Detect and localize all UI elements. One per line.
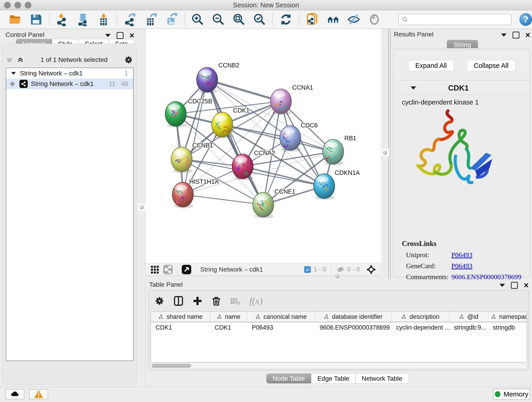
collection-disclosure-icon[interactable] [11, 72, 16, 75]
column-type-icon [255, 314, 261, 319]
open-in-window-button[interactable] [181, 264, 191, 274]
show-columns-icon[interactable] [173, 296, 184, 306]
home-button[interactable] [326, 12, 340, 27]
crosslink-link[interactable]: P06493 [451, 262, 472, 270]
panel-menu-icon[interactable] [500, 284, 505, 287]
control-panel: Control Panel × Network Style Select Set… [2, 30, 136, 384]
table-cell[interactable]: CDK1 [210, 324, 247, 331]
table-cell[interactable]: stringdb [488, 324, 527, 331]
scrollbar-thumb[interactable] [152, 364, 191, 368]
open-session-button[interactable] [8, 12, 22, 27]
crosslink-row: Uniprot:P06493 [402, 251, 521, 259]
panel-float-icon[interactable] [511, 282, 518, 289]
selected-checkbox-icon[interactable] [304, 266, 311, 273]
graph-node-RB1[interactable]: RB1 [323, 135, 356, 166]
table-row[interactable]: CDK1CDK1P064939606.ENSP00000378699cyclin… [151, 322, 527, 333]
panel-float-icon[interactable] [117, 32, 123, 39]
graph-node-CCNE1[interactable]: CCNE1 [253, 188, 296, 218]
table-cell[interactable]: stringdb:9... [449, 324, 488, 331]
import-network-file-button[interactable] [56, 12, 70, 27]
import-table-button[interactable] [96, 12, 111, 27]
expand-all-button[interactable]: Expand All [408, 60, 454, 71]
show-hidden-button[interactable] [367, 12, 381, 27]
column-header-description[interactable]: description [392, 312, 449, 322]
add-column-icon[interactable] [192, 296, 203, 306]
table-cell[interactable]: P06493 [247, 324, 315, 331]
table-horizontal-scrollbar[interactable] [151, 363, 526, 368]
help-button[interactable]: ? [519, 13, 532, 26]
zoom-in-button[interactable] [191, 12, 205, 27]
column-header-canonical-name[interactable]: canonical name [247, 312, 315, 322]
results-panel: Results Panel × String Expand All Collap… [390, 29, 532, 279]
network-canvas[interactable]: CCNB2CCNA1CDC25BCDK1CDC6RB1CCNB1CCNA2CDK… [145, 29, 381, 263]
collapse-all-button[interactable]: Collapse All [467, 60, 516, 71]
search-input[interactable] [409, 16, 511, 23]
hidden-eye-icon [336, 265, 345, 274]
birdseye-grid-button[interactable] [150, 265, 159, 274]
table-panel-title: Table Panel [149, 281, 183, 288]
panel-float-icon[interactable] [513, 32, 519, 38]
delete-table-icon[interactable] [230, 296, 241, 306]
delete-column-icon[interactable] [211, 296, 221, 306]
table-cell[interactable]: cyclin-dependent ... [392, 324, 449, 331]
table-cell[interactable]: CDK1 [151, 324, 210, 331]
function-builder-icon[interactable]: f(x) [249, 295, 263, 306]
tab-node-table[interactable]: Node Table [266, 374, 311, 383]
left-splitter-handle[interactable] [138, 203, 146, 211]
refresh-button[interactable] [279, 12, 293, 27]
network-edge-count: 48 [121, 80, 128, 88]
graph-node-CDC6[interactable]: CDC6 [280, 122, 318, 152]
graph-node-CCNB2[interactable]: CCNB2 [196, 62, 239, 94]
panel-menu-icon[interactable] [501, 33, 507, 37]
column-type-icon [158, 314, 164, 319]
warning-status-button[interactable] [29, 389, 48, 399]
network-collection-row[interactable]: String Network – cdk1 1 [6, 68, 133, 79]
export-network-file-button[interactable] [123, 12, 137, 27]
graph-node-HIST1H1A[interactable]: HIST1H1A [172, 178, 219, 208]
tab-edge-table[interactable]: Edge Table [311, 374, 355, 383]
import-network-database-button[interactable] [76, 12, 90, 27]
export-table-button[interactable] [144, 12, 158, 27]
zoom-selected-button[interactable] [253, 12, 267, 27]
gene-disclosure-icon[interactable] [411, 86, 416, 89]
network-graph[interactable]: CCNB2CCNA1CDC25BCDK1CDC6RB1CCNB1CCNA2CDK… [146, 29, 381, 263]
network-row[interactable]: String Network – cdk1 11 48 [6, 79, 133, 89]
export-image-button[interactable] [164, 12, 178, 27]
table-options-gear-icon[interactable] [154, 296, 165, 306]
cloud-status-button[interactable] [6, 389, 24, 399]
bottom-splitter-handle[interactable] [334, 274, 341, 279]
expand-all-icon[interactable] [17, 56, 24, 64]
panel-menu-icon[interactable] [105, 34, 111, 37]
status-bar: Memory [0, 387, 532, 402]
gene-description: cyclin-dependent kinase 1 [402, 99, 528, 106]
column-header-shared-name[interactable]: shared name [151, 312, 210, 322]
hide-unhide-button[interactable] [347, 12, 361, 27]
zoom-fit-button[interactable] [232, 12, 246, 27]
graph-node-CCNA1[interactable]: CCNA1 [270, 84, 313, 115]
share-document-button[interactable] [305, 12, 320, 27]
tab-network-table[interactable]: Network Table [355, 374, 409, 383]
panel-close-icon[interactable]: × [524, 283, 529, 288]
column-header--id[interactable]: @id [449, 312, 488, 322]
gear-icon[interactable] [124, 55, 133, 64]
save-session-button[interactable] [29, 12, 43, 27]
crosslink-link[interactable]: P06493 [451, 251, 472, 259]
column-header-namespace[interactable]: namespace [488, 312, 527, 322]
column-header-name[interactable]: name [210, 312, 247, 322]
table-cell[interactable]: 9606.ENSP00000378699 [315, 324, 392, 331]
panel-close-icon[interactable]: × [525, 32, 530, 38]
column-header-database-identifier[interactable]: database identifier [315, 312, 392, 322]
right-splitter-handle[interactable] [381, 148, 389, 157]
hidden-counter: 0 - 0 [347, 266, 360, 273]
graph-node-CDKN1A[interactable]: CDKN1A [314, 169, 360, 200]
memory-button[interactable]: Memory [493, 389, 530, 400]
string-view-button[interactable] [163, 264, 173, 274]
graph-node-CCNB1[interactable]: CCNB1 [171, 142, 213, 173]
help-glyph: ? [523, 15, 528, 25]
panel-close-icon[interactable]: × [129, 33, 134, 38]
node-label-CDC25B: CDC25B [188, 98, 212, 105]
network-list: String Network – cdk1 1 String Network –… [6, 68, 133, 361]
zoom-out-button[interactable] [211, 12, 225, 27]
fit-content-button[interactable] [366, 264, 376, 274]
collapse-all-icon[interactable] [6, 56, 13, 64]
